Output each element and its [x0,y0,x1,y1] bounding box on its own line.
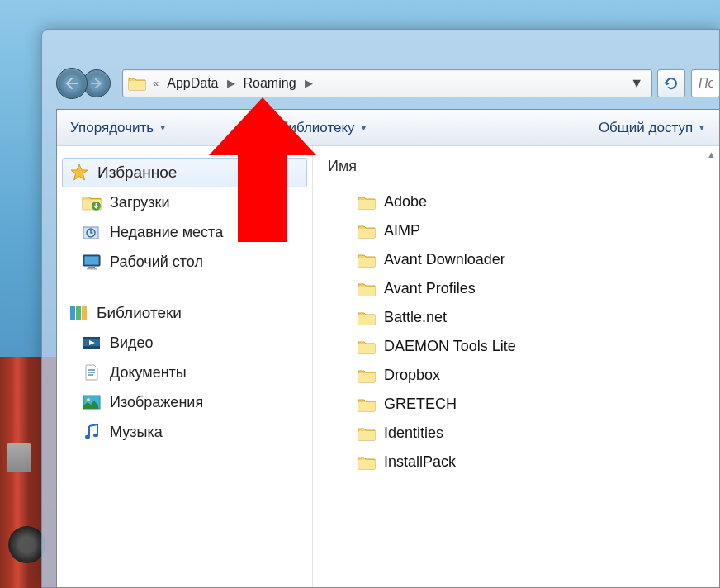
svg-rect-8 [76,306,81,320]
sidebar-label: Рабочий стол [110,254,203,271]
folder-icon [358,223,376,239]
folder-icon [358,310,376,326]
refresh-icon [663,75,680,92]
videos-icon [82,334,102,352]
nav-buttons-group [56,68,111,99]
sidebar-label: Библиотеки [97,304,182,322]
breadcrumb-roaming[interactable]: Roaming [237,71,303,96]
toolbar-label: Упорядочить [70,120,154,136]
file-name: AIMP [384,222,420,239]
svg-rect-4 [85,257,99,265]
file-row[interactable]: GRETECH [324,390,719,419]
file-name: GRETECH [384,396,457,413]
downloads-icon [82,193,102,211]
file-name: InstallPack [384,453,456,471]
column-header-name[interactable]: Имя [324,154,719,187]
sidebar-item-documents[interactable]: Документы [57,358,312,387]
breadcrumb-appdata[interactable]: AppData [160,71,225,96]
folder-icon [128,76,146,91]
arrow-right-icon [91,78,102,88]
sidebar-libraries-header[interactable]: Библиотеки [57,298,312,328]
sidebar-label: Недавние места [110,224,223,241]
svg-rect-9 [82,306,87,320]
toolbar: Упорядочить ▼ ить в библиотеку ▼ Общий д… [57,110,719,146]
pictures-icon [82,393,102,411]
file-name: Avant Profiles [384,280,476,297]
search-input[interactable] [691,69,720,97]
toolbar-label: Общий доступ [599,120,693,136]
folder-icon [358,425,376,442]
navigation-pane: Избранное Загрузки Недавние места Рабочи… [57,146,313,587]
file-name: Identities [384,424,443,442]
file-row[interactable]: Identities [324,419,719,448]
sidebar-label: Изображения [110,394,203,411]
file-name: Dropbox [384,367,440,384]
breadcrumb-overflow[interactable]: « [151,71,160,96]
sidebar-favorites-group: Избранное Загрузки Недавние места Рабочи… [57,158,312,277]
file-row[interactable]: Avant Profiles [324,274,719,303]
toolbar-share[interactable]: Общий доступ ▼ [594,116,711,140]
sidebar-label: Музыка [110,424,163,441]
sidebar-item-downloads[interactable]: Загрузки [57,187,312,217]
toolbar-label: ить в библиотеку [244,120,355,136]
file-name: DAEMON Tools Lite [384,338,516,355]
documents-icon [82,363,102,382]
music-icon [82,423,102,441]
arrow-left-icon [65,78,78,89]
file-row[interactable]: Adobe [324,187,719,216]
svg-point-15 [85,435,90,439]
navigation-area: « AppData ▶ Roaming ▶ ▼ [56,64,720,102]
sidebar-item-desktop[interactable]: Рабочий стол [57,247,312,277]
svg-rect-6 [87,268,97,270]
file-row[interactable]: InstallPack [324,448,719,477]
recent-places-icon [82,223,102,241]
chevron-down-icon: ▼ [360,123,368,132]
folder-icon [358,454,376,471]
breadcrumb-separator[interactable]: ▶ [303,71,315,96]
file-name: Adobe [384,193,427,211]
svg-rect-12 [83,346,100,349]
svg-rect-11 [83,337,100,339]
star-icon [69,164,89,182]
main-area: Избранное Загрузки Недавние места Рабочи… [57,146,719,587]
folder-icon [358,396,376,413]
file-row[interactable]: Dropbox [324,361,719,390]
sidebar-label: Загрузки [110,194,169,211]
folder-icon [358,194,376,211]
libraries-icon [69,304,88,322]
sidebar-libraries-group: Библиотеки Видео Документы Изображения М… [57,298,312,447]
content-frame: Упорядочить ▼ ить в библиотеку ▼ Общий д… [56,109,720,588]
address-dropdown[interactable]: ▼ [625,76,648,91]
file-list-pane: ▲ Имя AdobeAIMPAvant DownloaderAvant Pro… [313,146,719,587]
file-row[interactable]: Battle.net [324,303,719,332]
sidebar-label: Избранное [97,164,177,182]
toolbar-add-to-library[interactable]: ить в библиотеку ▼ [239,116,372,140]
breadcrumb-separator[interactable]: ▶ [225,71,237,96]
sidebar-item-music[interactable]: Музыка [57,417,312,447]
sidebar-label: Видео [110,334,154,352]
svg-rect-5 [88,267,95,268]
toolbar-organize[interactable]: Упорядочить ▼ [65,116,172,140]
file-row[interactable]: Avant Downloader [324,245,719,274]
address-bar[interactable]: « AppData ▶ Roaming ▶ ▼ [122,69,652,97]
refresh-button[interactable] [657,69,685,97]
folder-icon [358,368,376,384]
file-row[interactable]: AIMP [324,216,719,245]
desktop-icon [82,253,102,271]
sidebar-favorites-header[interactable]: Избранное [62,158,307,187]
nav-back-button[interactable] [56,68,88,99]
scroll-up-indicator: ▲ [707,149,716,159]
folder-icon [358,281,376,297]
folder-icon [358,339,376,355]
folder-icon [358,252,376,268]
svg-point-14 [87,398,90,401]
sidebar-item-pictures[interactable]: Изображения [57,387,312,417]
file-name: Avant Downloader [384,251,505,268]
svg-rect-7 [70,306,75,320]
sidebar-item-videos[interactable]: Видео [57,328,312,358]
svg-point-16 [93,434,98,437]
file-row[interactable]: DAEMON Tools Lite [324,332,719,361]
sidebar-item-recent[interactable]: Недавние места [57,217,312,247]
sidebar-label: Документы [110,364,187,382]
chevron-down-icon: ▼ [698,123,706,132]
